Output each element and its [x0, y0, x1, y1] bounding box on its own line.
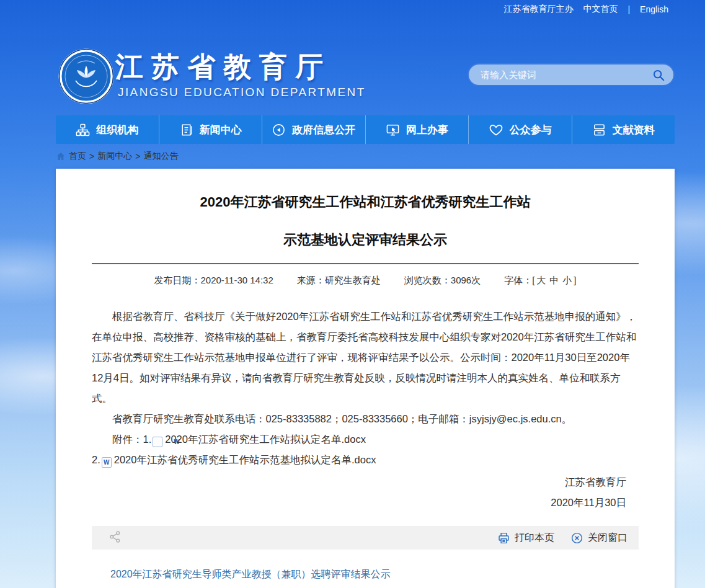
- article-source: 来源：研究生教育处: [297, 275, 381, 287]
- main-nav: 组织机构 新闻中心 政府信息公开 网上办事 公众参与 文献资料: [56, 115, 675, 144]
- nav-label: 文献资料: [613, 123, 655, 137]
- org-chart-icon: [76, 123, 90, 137]
- print-page-button[interactable]: 打印本页: [497, 532, 554, 545]
- search-button[interactable]: [651, 68, 666, 82]
- nav-label: 网上办事: [406, 123, 448, 137]
- attachment-link[interactable]: 2020年江苏省研究生工作站拟认定名单.docx: [165, 434, 366, 445]
- topbar-divider: |: [627, 4, 630, 14]
- nav-label: 新闻中心: [200, 123, 242, 137]
- site-logo[interactable]: [58, 48, 114, 104]
- magnifier-icon: [652, 68, 665, 82]
- close-window-label: 关闭窗口: [588, 532, 627, 545]
- home-icon: [56, 151, 66, 161]
- breadcrumb-news-center[interactable]: 新闻中心: [97, 151, 132, 162]
- topbar-host-link[interactable]: 江苏省教育厅主办: [503, 4, 573, 15]
- article-paragraph: 根据省教育厅、省科技厅《关于做好2020年江苏省研究生工作站和江苏省优秀研究生工…: [92, 306, 639, 409]
- site-title: 江苏省教育厅: [115, 48, 331, 86]
- breadcrumb-separator: >: [89, 151, 94, 161]
- word-doc-icon: W: [153, 437, 162, 447]
- font-size-large-button[interactable]: 大: [536, 275, 546, 287]
- font-size-small-button[interactable]: 小: [562, 275, 572, 287]
- related-links: 2020年江苏省研究生导师类产业教授（兼职）选聘评审结果公示 江苏省第六届大学生…: [92, 564, 639, 588]
- search-box: [468, 63, 675, 86]
- article-panel: 2020年江苏省研究生工作站和江苏省优秀研究生工作站 示范基地认定评审结果公示 …: [56, 169, 675, 588]
- news-document-icon: [179, 123, 193, 137]
- article-meta: 发布日期：2020-11-30 14:32 来源：研究生教育处 浏览次数：309…: [92, 275, 639, 287]
- nav-label: 公众参与: [510, 123, 552, 137]
- nav-item-literature-resources[interactable]: 文献资料: [572, 115, 675, 144]
- article-title-line1: 2020年江苏省研究生工作站和江苏省优秀研究生工作站: [92, 195, 639, 210]
- topbar: 江苏省教育厅主办 中文首页 | English: [0, 0, 705, 19]
- nav-item-organization[interactable]: 组织机构: [56, 115, 159, 144]
- article-body: 根据省教育厅、省科技厅《关于做好2020年江苏省研究生工作站和江苏省优秀研究生工…: [92, 306, 639, 470]
- breadcrumb-home[interactable]: 首页: [69, 151, 86, 162]
- nav-item-news-center[interactable]: 新闻中心: [159, 115, 262, 144]
- topbar-english-link[interactable]: English: [640, 4, 668, 14]
- site-header: 江苏省教育厅 JIANGSU EDUCATION DEPARTMENT: [0, 19, 705, 115]
- font-size-control: 字体：[ 大 中 小 ]: [504, 275, 576, 287]
- info-disclosure-icon: [272, 123, 286, 137]
- breadcrumb-separator: >: [135, 151, 140, 161]
- title-divider: [92, 263, 639, 264]
- attachment-number: 1.: [143, 434, 152, 445]
- related-link[interactable]: 2020年江苏省研究生导师类产业教授（兼职）选聘评审结果公示: [110, 564, 639, 585]
- online-service-icon: [386, 123, 400, 137]
- nav-item-gov-info-disclosure[interactable]: 政府信息公开: [262, 115, 365, 144]
- breadcrumb: 首页 > 新闻中心 > 通知公告: [56, 149, 705, 163]
- attachment-row-2: 2.W2020年江苏省优秀研究生工作站示范基地拟认定名单.docx: [92, 450, 639, 470]
- breadcrumb-notices[interactable]: 通知公告: [143, 151, 178, 162]
- publish-date: 发布日期：2020-11-30 14:32: [154, 275, 273, 287]
- nav-item-public-participation[interactable]: 公众参与: [468, 115, 572, 144]
- article-title-line2: 示范基地认定评审结果公示: [92, 233, 639, 247]
- attachment-link[interactable]: 2020年江苏省优秀研究生工作站示范基地拟认定名单.docx: [114, 454, 376, 465]
- view-count: 浏览次数：3096次: [404, 275, 481, 287]
- search-input[interactable]: [479, 69, 651, 81]
- share-button[interactable]: [109, 530, 122, 546]
- attachment-row-1: 附件：1.W2020年江苏省研究生工作站拟认定名单.docx: [92, 429, 639, 450]
- article-toolbar: 打印本页 关闭窗口: [92, 526, 639, 550]
- site-title-english: JIANGSU EDUCATION DEPARTMENT: [118, 86, 366, 99]
- font-size-label: 字体：[: [504, 275, 534, 287]
- close-circle-icon: [570, 532, 583, 545]
- nav-item-online-services[interactable]: 网上办事: [365, 115, 469, 144]
- article-contact-paragraph: 省教育厅研究生教育处联系电话：025-83335882；025-83335660…: [92, 409, 639, 429]
- share-nodes-icon: [109, 530, 122, 543]
- close-window-button[interactable]: 关闭窗口: [570, 532, 627, 545]
- signature-date: 2020年11月30日: [92, 492, 626, 513]
- nav-label: 政府信息公开: [292, 123, 355, 137]
- attachment-number: 2.: [92, 454, 100, 465]
- attachments-label: 附件：: [112, 434, 143, 445]
- jiangsu-education-emblem-icon: [58, 48, 114, 104]
- word-doc-icon: W: [102, 457, 112, 468]
- font-size-bracket: ]: [574, 275, 576, 287]
- topbar-chinese-home-link[interactable]: 中文首页: [583, 4, 618, 15]
- heart-icon: [489, 122, 503, 137]
- print-page-label: 打印本页: [515, 532, 554, 545]
- font-size-medium-button[interactable]: 中: [549, 275, 559, 287]
- related-link[interactable]: 江苏省第六届大学生艺术展演活动声乐(南京片区)入围省级展演名单公示: [110, 585, 639, 588]
- nav-label: 组织机构: [96, 123, 138, 137]
- article-signature: 江苏省教育厅 2020年11月30日: [92, 472, 639, 513]
- printer-icon: [497, 532, 510, 545]
- documents-archive-icon: [592, 123, 606, 137]
- signature-org: 江苏省教育厅: [92, 472, 626, 492]
